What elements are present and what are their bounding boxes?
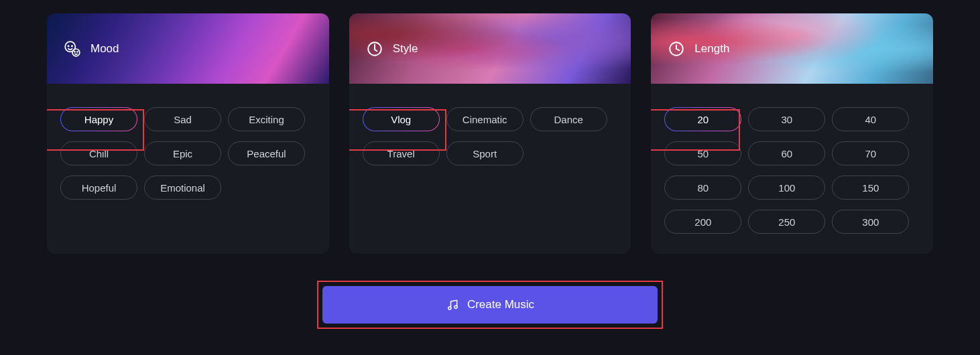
svg-point-4: [74, 51, 75, 52]
create-music-label: Create Music: [467, 298, 534, 311]
mood-title: Mood: [90, 42, 119, 56]
mood-option[interactable]: Epic: [144, 141, 221, 165]
length-option[interactable]: 50: [664, 141, 741, 165]
length-option[interactable]: 80: [664, 175, 741, 200]
length-icon: [668, 40, 685, 58]
mood-option[interactable]: Exciting: [228, 107, 305, 131]
svg-point-3: [72, 49, 80, 56]
length-option[interactable]: 250: [748, 210, 825, 234]
mood-option[interactable]: Chill: [60, 141, 137, 165]
style-option[interactable]: Travel: [363, 141, 440, 165]
mood-option[interactable]: Hopeful: [60, 175, 137, 200]
length-option[interactable]: 30: [748, 107, 825, 131]
length-title: Length: [694, 42, 729, 56]
mood-card-header: Mood: [47, 13, 329, 84]
style-options: VlogCinematicDanceTravelSport: [349, 84, 631, 172]
mood-card: Mood HappySadExcitingChillEpicPeacefulHo…: [47, 13, 329, 254]
style-option[interactable]: Dance: [530, 107, 607, 131]
mood-icon: [64, 40, 81, 58]
style-icon: [366, 40, 383, 58]
length-option[interactable]: 150: [832, 175, 909, 200]
create-music-button[interactable]: Create Music: [322, 286, 658, 324]
mood-option[interactable]: Sad: [144, 107, 221, 131]
length-card-header: Length: [651, 13, 933, 84]
svg-point-9: [448, 307, 451, 309]
style-card: Style VlogCinematicDanceTravelSport: [349, 13, 631, 254]
create-button-highlight: Create Music: [317, 281, 663, 329]
svg-point-1: [68, 46, 68, 46]
style-option[interactable]: Vlog: [363, 107, 440, 131]
length-option[interactable]: 200: [664, 210, 741, 234]
svg-point-7: [373, 48, 375, 50]
length-card: Length 20304050607080100150200250300: [651, 13, 933, 254]
svg-point-10: [454, 305, 457, 308]
mood-option[interactable]: Emotional: [144, 175, 221, 200]
mood-option[interactable]: Happy: [60, 107, 137, 131]
length-option[interactable]: 100: [748, 175, 825, 200]
length-option[interactable]: 40: [832, 107, 909, 131]
style-option[interactable]: Cinematic: [446, 107, 524, 131]
style-option[interactable]: Sport: [446, 141, 524, 165]
music-note-icon: [446, 298, 459, 311]
style-card-header: Style: [349, 13, 631, 84]
length-option[interactable]: 60: [748, 141, 825, 165]
length-option[interactable]: 300: [832, 210, 909, 234]
mood-option[interactable]: Peaceful: [228, 141, 305, 165]
svg-point-2: [72, 46, 72, 46]
length-option[interactable]: 20: [664, 107, 741, 131]
style-title: Style: [393, 42, 418, 56]
svg-point-5: [77, 51, 78, 52]
length-option[interactable]: 70: [832, 141, 909, 165]
mood-options: HappySadExcitingChillEpicPeacefulHopeful…: [47, 84, 329, 206]
length-options: 20304050607080100150200250300: [651, 84, 933, 240]
